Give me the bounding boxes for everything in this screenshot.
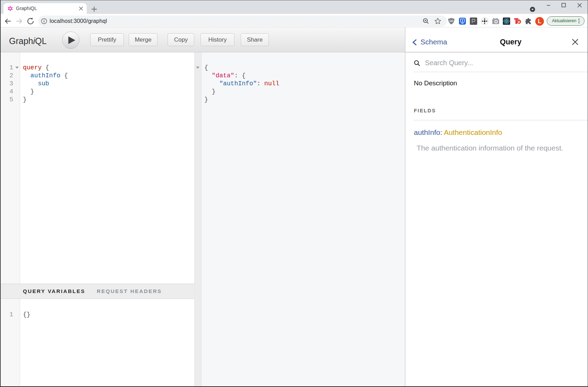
svg-text:UO: UO (449, 19, 453, 23)
svg-text:p: p (518, 19, 520, 24)
